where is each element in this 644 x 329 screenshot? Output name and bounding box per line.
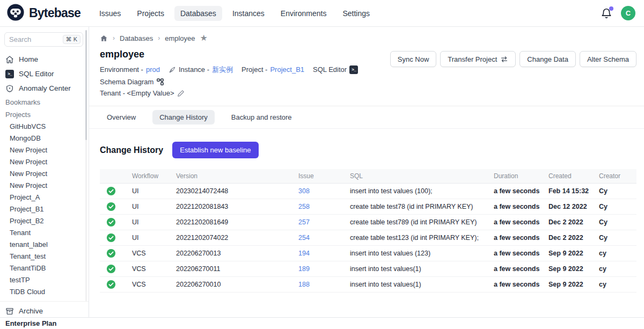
- sidebar-project-item[interactable]: MongoDB: [0, 132, 89, 144]
- search-input[interactable]: [9, 35, 55, 43]
- table-header-row: Workflow Version Issue SQL Duration Crea…: [100, 169, 636, 184]
- issue-link[interactable]: 188: [298, 281, 310, 288]
- page-actions: Sync Now Transfer Project Change Data Al…: [390, 51, 636, 67]
- table-row[interactable]: UI 20221202081843 258 create table test7…: [100, 199, 636, 215]
- nav-item[interactable]: Projects: [131, 6, 170, 21]
- sync-now-button[interactable]: Sync Now: [390, 51, 437, 67]
- environment-link[interactable]: prod: [146, 64, 160, 75]
- footer-bar: Enterprise Plan: [0, 317, 644, 329]
- workflow-cell: UI: [126, 218, 170, 226]
- bytebase-logo[interactable]: Bytebase: [6, 3, 80, 24]
- meta-environment: Environment - prod: [100, 64, 160, 75]
- instance-link[interactable]: 新实例: [212, 64, 233, 75]
- version-cell: 202206270010: [170, 281, 292, 288]
- alter-schema-button[interactable]: Alter Schema: [580, 51, 636, 67]
- nav-item[interactable]: Instances: [226, 6, 270, 21]
- issue-cell: 257: [292, 218, 343, 226]
- sidebar-item-sql-editor[interactable]: >_ SQL Editor: [0, 67, 89, 81]
- issue-cell: 258: [292, 203, 343, 210]
- sidebar-project-item[interactable]: New Project: [0, 179, 89, 191]
- table-row[interactable]: VCS 202206270013 194 insert into test va…: [100, 246, 636, 261]
- sql-editor-shortcut[interactable]: SQL Editor >_: [313, 64, 358, 75]
- sidebar-project-item[interactable]: Project_A: [0, 191, 89, 203]
- creator-cell: Cy: [592, 234, 636, 242]
- main-nav: Issues Projects Databases Instances Envi…: [93, 6, 376, 21]
- notification-bell-icon[interactable]: [601, 8, 612, 19]
- success-check-icon: [106, 248, 116, 258]
- change-data-button[interactable]: Change Data: [519, 51, 576, 67]
- favorite-star-icon[interactable]: ★: [200, 34, 208, 42]
- success-check-icon: [106, 233, 116, 243]
- table-row[interactable]: UI 20221202074022 254 create table test1…: [100, 230, 636, 246]
- sql-cell: insert into test values (123): [343, 250, 487, 257]
- table-row[interactable]: UI 20230214072448 308 insert into test v…: [100, 184, 636, 199]
- sidebar-project-item[interactable]: TiDB Cloud: [0, 286, 89, 297]
- sidebar-scrollbar-thumb[interactable]: [85, 30, 87, 140]
- version-cell: 202206270011: [170, 265, 292, 273]
- creator-cell: Cy: [592, 218, 636, 226]
- page-header: employee Environment - prod Instance -: [100, 44, 636, 99]
- sidebar-section-projects: Projects: [0, 108, 89, 120]
- project-link[interactable]: Project_B1: [270, 64, 304, 75]
- nav-item[interactable]: Settings: [336, 6, 376, 21]
- sidebar-item-home[interactable]: Home: [0, 52, 89, 67]
- shield-icon: [5, 84, 14, 93]
- table-header-cell: Created: [542, 172, 592, 180]
- tab[interactable]: Backup and restore: [224, 110, 299, 125]
- table-header-cell: SQL: [343, 172, 487, 180]
- duration-cell: a few seconds: [487, 265, 542, 273]
- user-avatar[interactable]: C: [621, 6, 635, 20]
- sql-editor-icon: >_: [5, 70, 14, 78]
- issue-link[interactable]: 194: [298, 250, 310, 257]
- status-cell: [100, 217, 126, 227]
- duration-cell: a few seconds: [487, 187, 542, 195]
- sidebar-project-item[interactable]: Tenant_test: [0, 250, 89, 262]
- home-icon[interactable]: [100, 34, 108, 42]
- issue-link[interactable]: 189: [298, 265, 310, 273]
- creator-cell: cy: [592, 281, 636, 288]
- sidebar-item-anomaly-center[interactable]: Anomaly Center: [0, 81, 89, 96]
- brand-name: Bytebase: [29, 6, 80, 20]
- search-box[interactable]: ⌘ K: [4, 32, 83, 47]
- sidebar-project-item[interactable]: GitHubVCS: [0, 120, 89, 132]
- sidebar-project-item[interactable]: testTP: [0, 274, 89, 286]
- issue-link[interactable]: 257: [298, 218, 310, 226]
- sql-cell: insert into test values(1): [343, 281, 487, 288]
- version-cell: 20221202081649: [170, 218, 292, 226]
- sidebar-project-item[interactable]: Project_B1: [0, 203, 89, 215]
- tab[interactable]: Overview: [100, 110, 143, 125]
- sidebar-project-item[interactable]: New Project: [0, 156, 89, 167]
- table-row[interactable]: VCS 202206270011 189 insert into test va…: [100, 261, 636, 277]
- issue-link[interactable]: 254: [298, 234, 310, 242]
- breadcrumb-employee[interactable]: employee: [165, 34, 195, 42]
- workflow-cell: VCS: [126, 281, 170, 288]
- duration-cell: a few seconds: [487, 234, 542, 242]
- sidebar-project-item[interactable]: tenant_label: [0, 238, 89, 250]
- subscription-plan-label[interactable]: Enterprise Plan: [5, 319, 56, 327]
- meta-project: Project - Project_B1: [241, 64, 304, 75]
- nav-item[interactable]: Environments: [275, 6, 333, 21]
- issue-link[interactable]: 308: [298, 187, 310, 195]
- sidebar-project-item[interactable]: New Project: [0, 167, 89, 179]
- sidebar-project-item[interactable]: Project_B2: [0, 215, 89, 226]
- transfer-arrows-icon: [500, 55, 508, 63]
- breadcrumb-databases[interactable]: Databases: [120, 34, 153, 42]
- sidebar-project-item[interactable]: TenantTiDB: [0, 262, 89, 274]
- transfer-project-button[interactable]: Transfer Project: [440, 51, 516, 67]
- edit-pencil-icon[interactable]: [177, 90, 185, 97]
- created-cell: Sep 9 2022: [542, 265, 592, 273]
- status-cell: [100, 202, 126, 211]
- establish-baseline-button[interactable]: Establish new baseline: [172, 142, 258, 158]
- archive-icon: [5, 307, 14, 316]
- sidebar-item-archive[interactable]: Archive: [0, 304, 89, 317]
- schema-diagram-shortcut[interactable]: Schema Diagram: [100, 76, 164, 87]
- sidebar-project-item[interactable]: Tenant: [0, 226, 89, 238]
- table-row[interactable]: UI 20221202081649 257 create table test7…: [100, 215, 636, 230]
- tab[interactable]: Change History: [152, 110, 215, 125]
- nav-item[interactable]: Issues: [93, 6, 127, 21]
- sidebar-project-item[interactable]: New Project: [0, 144, 89, 156]
- table-row[interactable]: VCS 202206270010 188 insert into test va…: [100, 277, 636, 293]
- issue-link[interactable]: 258: [298, 203, 310, 210]
- issue-cell: 308: [292, 187, 343, 195]
- nav-item[interactable]: Databases: [174, 6, 222, 21]
